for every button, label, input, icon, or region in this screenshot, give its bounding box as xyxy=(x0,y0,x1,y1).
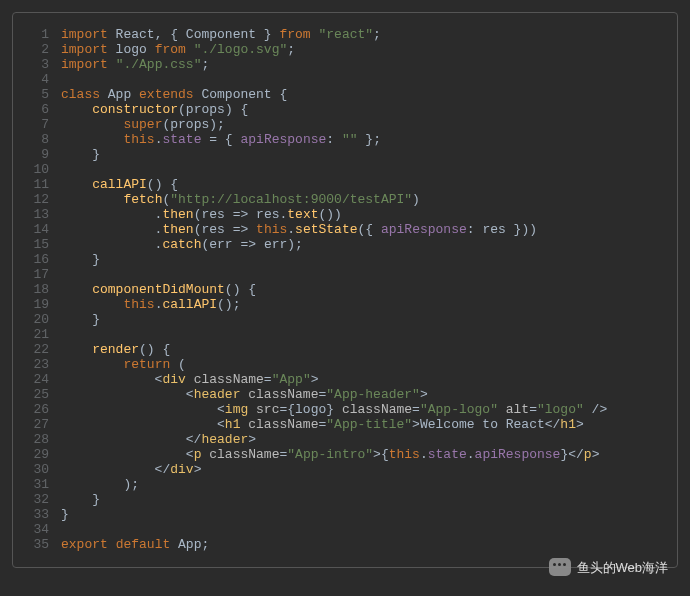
code-line: 24 <div className="App"> xyxy=(21,372,663,387)
code-content: } xyxy=(61,492,663,507)
line-number: 28 xyxy=(21,432,61,447)
line-number: 9 xyxy=(21,147,61,162)
code-line: 28 </header> xyxy=(21,432,663,447)
line-number: 27 xyxy=(21,417,61,432)
code-line: 30 </div> xyxy=(21,462,663,477)
code-line: 9 } xyxy=(21,147,663,162)
code-content: } xyxy=(61,312,663,327)
code-line: 5class App extends Component { xyxy=(21,87,663,102)
line-number: 2 xyxy=(21,42,61,57)
code-line: 14 .then(res => this.setState({ apiRespo… xyxy=(21,222,663,237)
code-content: </div> xyxy=(61,462,663,477)
code-content xyxy=(61,267,663,282)
code-line: 1import React, { Component } from "react… xyxy=(21,27,663,42)
line-number: 33 xyxy=(21,507,61,522)
code-line: 6 constructor(props) { xyxy=(21,102,663,117)
line-number: 11 xyxy=(21,177,61,192)
line-number: 12 xyxy=(21,192,61,207)
line-number: 6 xyxy=(21,102,61,117)
line-number: 31 xyxy=(21,477,61,492)
code-content: ); xyxy=(61,477,663,492)
code-line: 27 <h1 className="App-title">Welcome to … xyxy=(21,417,663,432)
code-line: 4 xyxy=(21,72,663,87)
code-content: fetch("http://localhost:9000/testAPI") xyxy=(61,192,663,207)
line-number: 10 xyxy=(21,162,61,177)
line-number: 13 xyxy=(21,207,61,222)
code-content: <img src={logo} className="App-logo" alt… xyxy=(61,402,663,417)
code-line: 32 } xyxy=(21,492,663,507)
chat-bubble-icon xyxy=(549,558,571,576)
code-content: super(props); xyxy=(61,117,663,132)
line-number: 30 xyxy=(21,462,61,477)
code-line: 15 .catch(err => err); xyxy=(21,237,663,252)
line-number: 23 xyxy=(21,357,61,372)
line-number: 18 xyxy=(21,282,61,297)
code-line: 33} xyxy=(21,507,663,522)
code-content: } xyxy=(61,507,663,522)
code-line: 23 return ( xyxy=(21,357,663,372)
line-number: 17 xyxy=(21,267,61,282)
watermark-text: 鱼头的Web海洋 xyxy=(577,560,669,575)
code-content: import React, { Component } from "react"… xyxy=(61,27,663,42)
code-line: 12 fetch("http://localhost:9000/testAPI"… xyxy=(21,192,663,207)
code-line: 10 xyxy=(21,162,663,177)
code-content: </header> xyxy=(61,432,663,447)
line-number: 22 xyxy=(21,342,61,357)
line-number: 15 xyxy=(21,237,61,252)
code-line: 26 <img src={logo} className="App-logo" … xyxy=(21,402,663,417)
code-content xyxy=(61,72,663,87)
code-content: import logo from "./logo.svg"; xyxy=(61,42,663,57)
code-line: 11 callAPI() { xyxy=(21,177,663,192)
code-line: 16 } xyxy=(21,252,663,267)
line-number: 34 xyxy=(21,522,61,537)
line-number: 7 xyxy=(21,117,61,132)
line-number: 16 xyxy=(21,252,61,267)
line-number: 32 xyxy=(21,492,61,507)
code-line: 7 super(props); xyxy=(21,117,663,132)
line-number: 8 xyxy=(21,132,61,147)
line-number: 20 xyxy=(21,312,61,327)
line-number: 21 xyxy=(21,327,61,342)
code-line: 18 componentDidMount() { xyxy=(21,282,663,297)
code-content: return ( xyxy=(61,357,663,372)
code-editor: 1import React, { Component } from "react… xyxy=(12,12,678,568)
code-content: componentDidMount() { xyxy=(61,282,663,297)
code-content: import "./App.css"; xyxy=(61,57,663,72)
code-content: <header className="App-header"> xyxy=(61,387,663,402)
line-number: 24 xyxy=(21,372,61,387)
line-number: 25 xyxy=(21,387,61,402)
code-line: 17 xyxy=(21,267,663,282)
code-content: constructor(props) { xyxy=(61,102,663,117)
code-content xyxy=(61,162,663,177)
code-content: .then(res => this.setState({ apiResponse… xyxy=(61,222,663,237)
code-line: 3import "./App.css"; xyxy=(21,57,663,72)
line-number: 1 xyxy=(21,27,61,42)
line-number: 5 xyxy=(21,87,61,102)
code-content: .catch(err => err); xyxy=(61,237,663,252)
code-content: } xyxy=(61,252,663,267)
watermark: 鱼头的Web海洋 xyxy=(549,558,669,576)
code-line: 31 ); xyxy=(21,477,663,492)
code-line: 2import logo from "./logo.svg"; xyxy=(21,42,663,57)
code-content: this.state = { apiResponse: "" }; xyxy=(61,132,663,147)
line-number: 19 xyxy=(21,297,61,312)
code-line: 20 } xyxy=(21,312,663,327)
line-number: 4 xyxy=(21,72,61,87)
line-number: 26 xyxy=(21,402,61,417)
line-number: 3 xyxy=(21,57,61,72)
line-number: 14 xyxy=(21,222,61,237)
code-content: export default App; xyxy=(61,537,663,552)
code-line: 29 <p className="App-intro">{this.state.… xyxy=(21,447,663,462)
code-line: 21 xyxy=(21,327,663,342)
code-content xyxy=(61,522,663,537)
code-content: <h1 className="App-title">Welcome to Rea… xyxy=(61,417,663,432)
code-content: this.callAPI(); xyxy=(61,297,663,312)
code-content: <p className="App-intro">{this.state.api… xyxy=(61,447,663,462)
code-content: class App extends Component { xyxy=(61,87,663,102)
line-number: 35 xyxy=(21,537,61,552)
code-content: } xyxy=(61,147,663,162)
code-line: 22 render() { xyxy=(21,342,663,357)
line-number: 29 xyxy=(21,447,61,462)
code-line: 34 xyxy=(21,522,663,537)
code-content: .then(res => res.text()) xyxy=(61,207,663,222)
